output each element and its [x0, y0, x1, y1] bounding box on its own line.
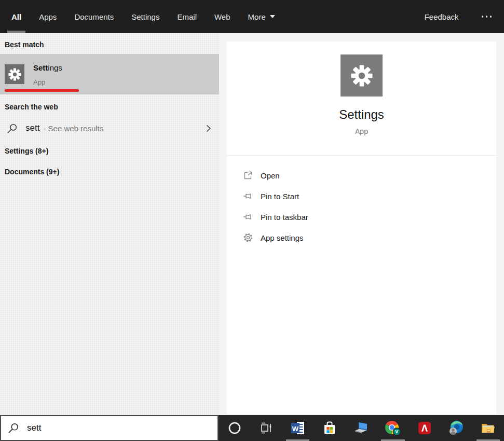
taskbar-search-input[interactable]: sett [0, 415, 219, 441]
action-app-settings-label: App settings [261, 233, 304, 242]
web-suffix-text: - See web results [43, 124, 103, 133]
best-match-title: Settings [33, 63, 62, 73]
chrome-icon: V [385, 420, 401, 436]
gear-outline-icon [243, 232, 253, 243]
filter-tabs: All Apps Documents Settings Email Web Mo… [11, 0, 275, 33]
search-icon [8, 422, 19, 434]
best-match-subtitle: App [33, 78, 62, 86]
file-explorer-button[interactable] [472, 415, 504, 441]
divider [227, 155, 496, 156]
word-button[interactable]: W [282, 415, 314, 441]
open-icon [243, 170, 253, 181]
topbar-right: Feedback [425, 12, 493, 21]
tab-email-label: Email [177, 12, 197, 21]
search-the-web-header: Search the web [5, 103, 58, 111]
group-documents-label: Documents (9+) [5, 168, 59, 176]
tab-documents-label: Documents [74, 12, 114, 21]
tab-web[interactable]: Web [214, 0, 230, 33]
settings-gear-icon [340, 54, 383, 97]
preview-title: Settings [227, 107, 496, 122]
tab-web-label: Web [214, 12, 230, 21]
windows-search-flyout: All Apps Documents Settings Email Web Mo… [0, 0, 504, 441]
word-icon: W [291, 421, 305, 435]
ellipsis-icon[interactable] [481, 13, 493, 20]
microsoft-store-icon [322, 421, 337, 435]
action-pin-to-start-label: Pin to Start [261, 192, 299, 201]
best-match-text: Settings App [33, 63, 62, 86]
result-preview-panel: Settings App Open Pin to Start [227, 42, 496, 414]
search-icon [7, 123, 18, 134]
search-input-value: sett [27, 423, 41, 433]
settings-gear-icon [5, 64, 24, 84]
svg-text:V: V [395, 429, 398, 434]
action-pin-to-start[interactable]: Pin to Start [227, 186, 496, 206]
file-explorer-icon [480, 420, 496, 436]
tab-all[interactable]: All [11, 0, 21, 33]
edge-icon [448, 420, 464, 436]
tab-more-label: More [248, 12, 266, 21]
pin-icon [243, 191, 253, 201]
action-pin-to-taskbar[interactable]: Pin to taskbar [227, 206, 496, 227]
annotation-red-underline [5, 89, 79, 92]
best-match-result-settings[interactable]: Settings App [0, 54, 219, 94]
best-match-title-bold: Sett [33, 63, 48, 72]
feedback-button[interactable]: Feedback [425, 12, 459, 21]
edge-button[interactable] [441, 415, 472, 441]
task-view-icon [260, 421, 273, 435]
tab-apps[interactable]: Apps [39, 0, 57, 33]
pc-button[interactable] [345, 415, 377, 441]
group-settings-label: Settings (8+) [5, 147, 48, 155]
group-settings[interactable]: Settings (8+) [5, 147, 48, 155]
preview-hero: Settings App [227, 42, 496, 135]
tab-settings-label: Settings [131, 12, 159, 21]
web-query-text: sett [25, 123, 39, 133]
task-view-button[interactable] [250, 415, 282, 441]
pin-icon [243, 212, 253, 222]
acrobat-reader-button[interactable] [409, 415, 441, 441]
svg-text:W: W [292, 425, 299, 433]
tab-apps-label: Apps [39, 12, 57, 21]
action-pin-to-taskbar-label: Pin to taskbar [261, 213, 308, 222]
best-match-header: Best match [5, 40, 44, 49]
microsoft-store-button[interactable] [314, 415, 345, 441]
tab-all-label: All [11, 12, 21, 21]
acrobat-reader-icon [417, 421, 432, 435]
chevron-right-icon[interactable] [204, 124, 213, 133]
action-open[interactable]: Open [227, 165, 496, 186]
search-filter-bar: All Apps Documents Settings Email Web Mo… [0, 0, 504, 33]
chrome-button[interactable]: V [377, 415, 408, 441]
taskbar: W [219, 415, 504, 441]
action-open-label: Open [261, 171, 280, 180]
chevron-down-icon [270, 15, 275, 18]
context-actions: Open Pin to Start Pin to taskbar [227, 165, 496, 248]
tab-documents[interactable]: Documents [74, 0, 114, 33]
group-documents[interactable]: Documents (9+) [5, 168, 59, 176]
cortana-icon [228, 421, 241, 435]
search-results-panel: Best match [0, 33, 219, 415]
action-app-settings[interactable]: App settings [227, 227, 496, 248]
pc-icon [354, 421, 369, 435]
preview-subtitle: App [227, 127, 496, 135]
best-match-title-rest: ings [48, 63, 62, 72]
see-web-results-row[interactable]: sett - See web results [0, 116, 219, 140]
tab-more[interactable]: More [248, 0, 275, 33]
cortana-button[interactable] [219, 415, 250, 441]
tab-settings[interactable]: Settings [131, 0, 159, 33]
tab-email[interactable]: Email [177, 0, 197, 33]
